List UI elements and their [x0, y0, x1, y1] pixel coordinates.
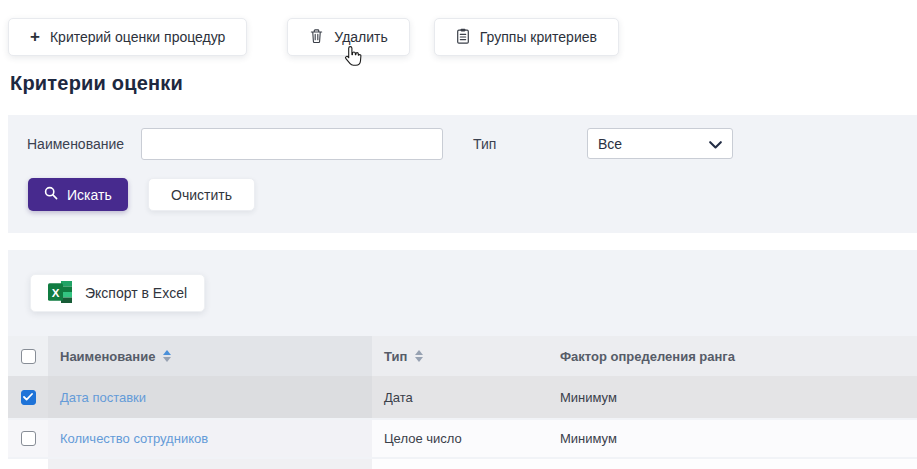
- name-filter-input[interactable]: [141, 128, 443, 160]
- type-select[interactable]: Все: [587, 128, 733, 159]
- search-icon: [44, 186, 58, 203]
- table-row: Дата поставки Дата Минимум: [8, 376, 917, 418]
- header-type-label: Тип: [384, 349, 407, 364]
- row-type-cell: [372, 459, 548, 469]
- page-title: Критерии оценки: [10, 72, 917, 95]
- header-factor-label: Фактор определения ранга: [560, 349, 735, 364]
- row-factor-cell: Минимум: [548, 376, 917, 418]
- search-label: Искать: [67, 187, 112, 203]
- row-checkbox-cell: [8, 420, 48, 457]
- export-excel-button[interactable]: X Экспорт в Excel: [30, 274, 205, 312]
- row-name-cell: Дата поставки: [48, 376, 372, 418]
- header-name-label: Наименование: [60, 349, 155, 364]
- search-button[interactable]: Искать: [28, 178, 128, 211]
- table-header-row: Наименование Тип Фактор определения ранг…: [8, 336, 917, 376]
- header-factor: Фактор определения ранга: [548, 336, 917, 376]
- row-name-cell: Количество сотрудников: [48, 420, 372, 457]
- header-name[interactable]: Наименование: [48, 336, 372, 376]
- export-excel-label: Экспорт в Excel: [85, 285, 187, 301]
- row-type-cell: Целое число: [372, 420, 548, 457]
- trash-icon: [309, 28, 324, 47]
- plus-icon: +: [30, 28, 40, 45]
- svg-text:X: X: [52, 286, 60, 298]
- select-all-checkbox[interactable]: [21, 349, 36, 364]
- clear-button[interactable]: Очистить: [148, 178, 255, 211]
- row-factor-cell: Минимум: [548, 420, 917, 457]
- criteria-page: + Критерий оценки процедур Удалить Групп…: [0, 0, 917, 469]
- row-factor-cell: [548, 459, 917, 469]
- row-checkbox[interactable]: [21, 431, 36, 446]
- row-checkbox-cell: [8, 459, 48, 469]
- sort-icon[interactable]: [163, 350, 171, 362]
- sort-icon[interactable]: [415, 350, 423, 362]
- criteria-table: Наименование Тип Фактор определения ранг…: [8, 336, 917, 469]
- criterion-link[interactable]: Количество сотрудников: [60, 431, 208, 446]
- table-row: Количество сотрудников Целое число Миним…: [8, 418, 917, 457]
- delete-button[interactable]: Удалить: [287, 18, 409, 56]
- row-checkbox[interactable]: [21, 390, 36, 405]
- table-row: [8, 457, 917, 469]
- checkmark-icon: [23, 393, 33, 401]
- row-name-cell: [48, 459, 372, 469]
- toolbar: + Критерий оценки процедур Удалить Групп…: [8, 18, 917, 56]
- row-type-cell: Дата: [372, 376, 548, 418]
- filter-panel: Наименование Тип Все Искать Очистить: [8, 115, 917, 233]
- clipboard-icon: [456, 28, 470, 47]
- delete-label: Удалить: [334, 29, 387, 45]
- type-select-value: Все: [598, 136, 622, 152]
- criterion-link[interactable]: Дата поставки: [60, 390, 146, 405]
- add-criterion-label: Критерий оценки процедур: [50, 29, 225, 45]
- header-type[interactable]: Тип: [372, 336, 548, 376]
- clear-label: Очистить: [171, 187, 232, 203]
- name-filter-label: Наименование: [27, 128, 124, 160]
- results-panel: X Экспорт в Excel Наименование Тип: [8, 250, 917, 469]
- header-checkbox-cell: [8, 336, 48, 376]
- row-checkbox-cell: [8, 376, 48, 418]
- criteria-groups-label: Группы критериев: [480, 29, 597, 45]
- excel-icon: X: [48, 280, 74, 307]
- type-filter-label: Тип: [473, 128, 496, 160]
- criteria-groups-button[interactable]: Группы критериев: [434, 18, 619, 56]
- chevron-down-icon: [709, 136, 722, 152]
- add-criterion-button[interactable]: + Критерий оценки процедур: [8, 18, 247, 56]
